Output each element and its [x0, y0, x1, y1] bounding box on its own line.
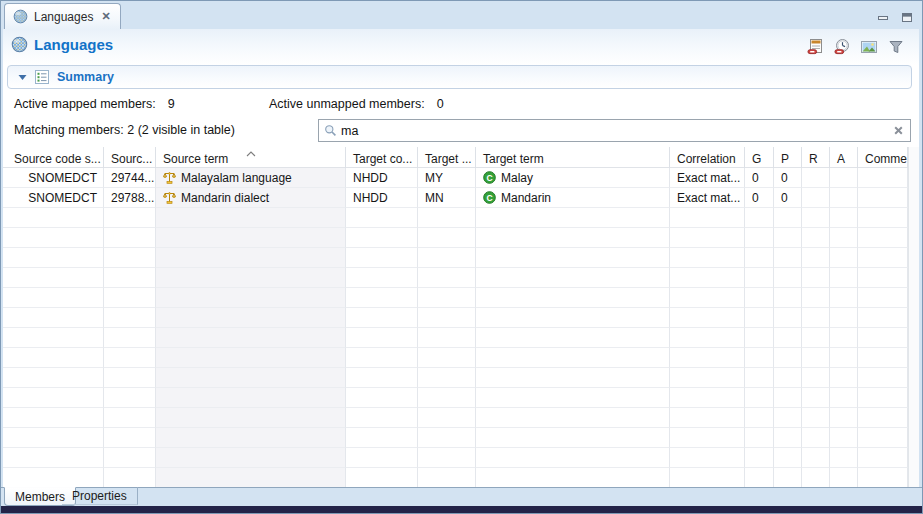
- table-cell: [104, 228, 156, 248]
- table-row: [3, 408, 908, 428]
- thumbnail-view-button[interactable]: [859, 37, 879, 57]
- table-cell: [745, 268, 774, 288]
- table-cell: [858, 348, 908, 368]
- scales-icon: [163, 171, 176, 184]
- table-cell: [418, 288, 476, 308]
- summary-section-header[interactable]: Summary: [7, 65, 912, 89]
- table-row: [3, 368, 908, 388]
- minimize-view-icon[interactable]: [877, 9, 889, 27]
- table-cell: [745, 208, 774, 228]
- table-cell: [745, 328, 774, 348]
- table-cell: [476, 388, 670, 408]
- table-cell: [476, 248, 670, 268]
- table-cell: [774, 328, 802, 348]
- table-cell: NHDD: [346, 168, 418, 188]
- search-icon[interactable]: [324, 124, 337, 137]
- table-cell: [745, 288, 774, 308]
- table-row: [3, 468, 908, 487]
- table-cell: [418, 388, 476, 408]
- table-cell: [476, 428, 670, 448]
- table-cell: [670, 408, 745, 428]
- tab-label: Languages: [34, 10, 93, 24]
- table-cell: [156, 228, 346, 248]
- table-cell: [745, 348, 774, 368]
- column-header[interactable]: Target term: [476, 147, 670, 168]
- table-cell: Malayalam language: [156, 168, 346, 188]
- table-cell: [346, 208, 418, 228]
- table-cell: [476, 408, 670, 428]
- scales-icon: [163, 191, 176, 204]
- tab-close-icon[interactable]: ✕: [99, 10, 110, 23]
- table-cell: [774, 368, 802, 388]
- table-cell: [346, 328, 418, 348]
- column-header[interactable]: Sourc...: [104, 147, 156, 168]
- table-row: [3, 328, 908, 348]
- table-cell: [418, 428, 476, 448]
- hide-history-button[interactable]: [832, 37, 852, 57]
- search-input[interactable]: [341, 121, 889, 140]
- table-cell: 0: [745, 168, 774, 188]
- table-cell: [104, 428, 156, 448]
- table-cell: [156, 268, 346, 288]
- maximize-view-icon[interactable]: [901, 9, 913, 27]
- table-cell: [802, 248, 830, 268]
- table-cell: [858, 328, 908, 348]
- table-cell: [774, 208, 802, 228]
- bottom-tab-properties[interactable]: Properties: [62, 487, 138, 505]
- column-header[interactable]: G: [745, 147, 774, 168]
- column-header[interactable]: Correlation: [670, 147, 745, 168]
- clear-search-icon[interactable]: [893, 125, 904, 136]
- vertical-scrollbar[interactable]: [908, 147, 919, 487]
- table-cell: [670, 268, 745, 288]
- table-cell: [670, 228, 745, 248]
- table-cell: [802, 228, 830, 248]
- table-cell: NHDD: [346, 188, 418, 208]
- column-header[interactable]: Target co...: [346, 147, 418, 168]
- column-header[interactable]: R: [802, 147, 830, 168]
- table-cell: [156, 308, 346, 328]
- filter-funnel-icon: [887, 38, 905, 56]
- table-cell: [3, 468, 104, 487]
- table-cell: [156, 388, 346, 408]
- table-cell: [3, 328, 104, 348]
- table-cell: [670, 388, 745, 408]
- table-cell: [418, 208, 476, 228]
- hide-mapped-members-button[interactable]: [805, 37, 825, 57]
- table-row: [3, 428, 908, 448]
- table-row[interactable]: SNOMEDCT29744...Malayalam languageNHDDMY…: [3, 168, 908, 188]
- expand-triangle-icon[interactable]: [18, 74, 27, 81]
- table-cell: [745, 308, 774, 328]
- table-header-row: Source code s...Sourc...Source termTarge…: [3, 147, 908, 168]
- table-cell: [104, 268, 156, 288]
- table-cell: [830, 368, 858, 388]
- table-cell: [670, 468, 745, 487]
- table-cell: [802, 288, 830, 308]
- table-cell: [476, 328, 670, 348]
- column-header[interactable]: Target ...: [418, 147, 476, 168]
- table-cell: [3, 288, 104, 308]
- column-header[interactable]: Source code s...: [3, 147, 104, 168]
- table-cell: [156, 328, 346, 348]
- sort-ascending-icon: [246, 143, 256, 149]
- table-row[interactable]: SNOMEDCT29788...Mandarin dialectNHDDMNCM…: [3, 188, 908, 208]
- table-cell: [156, 248, 346, 268]
- table-cell: [670, 328, 745, 348]
- table-cell: [346, 308, 418, 328]
- table-cell: [774, 428, 802, 448]
- column-header[interactable]: P: [774, 147, 802, 168]
- table-cell: [830, 408, 858, 428]
- table-cell: [802, 388, 830, 408]
- column-header[interactable]: Comments: [858, 147, 908, 168]
- table-cell: [156, 288, 346, 308]
- globe-icon: [13, 9, 28, 24]
- table-cell: [3, 388, 104, 408]
- view-tab-languages[interactable]: Languages ✕: [4, 3, 121, 29]
- app-window: Languages ✕ Languages: [0, 0, 923, 514]
- table-cell: [830, 388, 858, 408]
- bottom-tab-bar: Members Properties: [1, 487, 922, 506]
- table-cell: [418, 368, 476, 388]
- table-cell: [670, 248, 745, 268]
- filter-button[interactable]: [886, 37, 906, 57]
- column-header[interactable]: A: [830, 147, 858, 168]
- table-cell: [476, 288, 670, 308]
